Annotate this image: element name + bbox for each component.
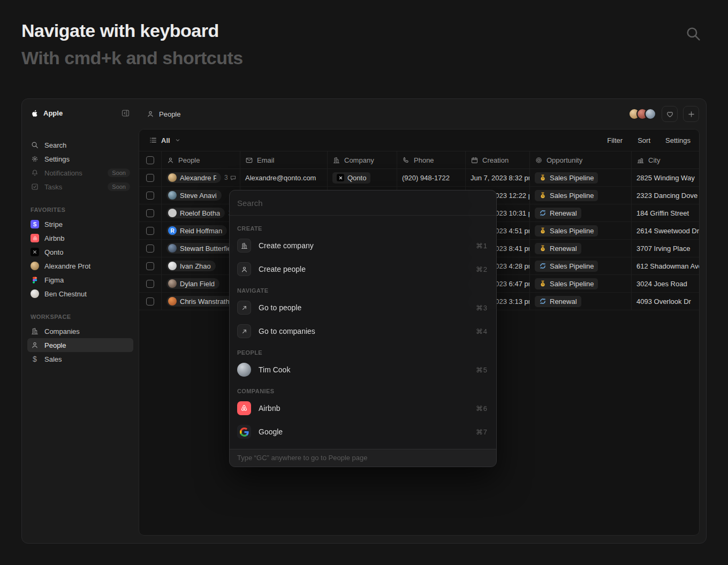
person-chip[interactable]: Ivan Zhao [166,261,216,271]
opportunity-cell[interactable]: Renewal [530,293,632,310]
command-search-input[interactable] [230,190,496,216]
person-chip[interactable]: Alexandre Prot [166,172,221,183]
member-avatars[interactable] [628,108,656,120]
person-cell[interactable]: Chris Wanstrath [162,293,240,310]
sidebar-item-stripe[interactable]: S Stripe [27,217,133,231]
opportunity-cell[interactable]: Sales Pipeline [530,222,632,239]
command-item-google[interactable]: Google ⌘7 [236,420,490,444]
sidebar-item-settings[interactable]: Settings [27,152,133,166]
search-icon[interactable] [684,25,702,43]
command-item-go-to-people[interactable]: Go to people ⌘3 [236,296,490,319]
settings-button[interactable]: Settings [665,136,691,144]
plus-icon [687,110,696,119]
money-bag-icon [539,280,547,287]
city-cell[interactable]: 184 Griffin Street [632,204,699,222]
row-checkbox[interactable] [139,257,162,274]
opportunity-chip[interactable]: Renewal [535,243,581,254]
person-chip[interactable]: Stewart Butterfield [166,243,235,254]
person-chip[interactable]: Roelof Botha [166,208,225,218]
command-item-tim-cook[interactable]: Tim Cook ⌘5 [236,358,490,381]
sidebar-item-ben-chestnut[interactable]: Ben Chestnut [27,287,133,301]
person-cell[interactable]: Dylan Field [162,275,240,292]
command-item-go-to-companies[interactable]: Go to companies ⌘4 [236,319,490,343]
sidebar-item-companies[interactable]: Companies [27,324,133,338]
opportunity-chip[interactable]: Sales Pipeline [535,261,598,272]
sidebar-item-airbnb[interactable]: Airbnb [27,231,133,245]
sidebar-item-figma[interactable]: Figma [27,273,133,287]
sidebar-item-sales[interactable]: $ Sales [27,352,133,366]
creation-cell[interactable]: Jun 7, 2023 8:32 pm [466,169,530,186]
opportunity-cell[interactable]: Sales Pipeline [530,169,632,186]
person-cell[interactable]: Ivan Zhao [162,257,240,274]
city-cell[interactable]: 4093 Overlook Dr [632,293,699,310]
collapse-sidebar-button[interactable] [121,109,130,118]
row-checkbox[interactable] [139,240,162,257]
command-item-create-company[interactable]: Create company ⌘1 [236,234,490,257]
company-chip[interactable]: Qonto [332,172,370,184]
person-chip[interactable]: Steve Anavi [166,190,222,201]
column-header-opportunity[interactable]: Opportunity [530,151,632,169]
person-chip[interactable]: RReid Hoffman [166,225,227,236]
sidebar-item-qonto[interactable]: Qonto [27,245,133,259]
opportunity-chip[interactable]: Sales Pipeline [535,172,598,184]
city-cell[interactable]: 3707 Irving Place [632,240,699,257]
row-checkbox[interactable] [139,293,162,310]
opportunity-cell[interactable]: Renewal [530,204,632,222]
opportunity-chip[interactable]: Sales Pipeline [535,190,598,201]
command-item-create-people[interactable]: Create people ⌘2 [236,257,490,281]
view-switch[interactable]: All [149,136,181,144]
row-checkbox[interactable] [139,187,162,204]
phone-cell[interactable]: (920) 948-1722 [397,169,466,186]
column-header-city[interactable]: City [632,151,699,169]
opportunity-cell[interactable]: Sales Pipeline [530,257,632,274]
arrow-up-right-icon [237,301,251,315]
city-cell[interactable]: 2614 Sweetwood Dr [632,222,699,239]
opportunity-chip[interactable]: Renewal [535,296,581,307]
filter-button[interactable]: Filter [607,136,623,144]
opportunity-chip[interactable]: Sales Pipeline [535,278,598,289]
person-chip[interactable]: Chris Wanstrath [166,296,234,307]
sidebar-item-search[interactable]: Search [27,138,133,152]
favorite-button[interactable] [662,106,678,122]
command-item-airbnb[interactable]: Airbnb ⌘6 [236,396,490,420]
city-cell[interactable]: 2323 Dancing Dove [632,187,699,204]
row-checkbox[interactable] [139,204,162,222]
city-cell[interactable]: 3024 Joes Road [632,275,699,292]
person-chip[interactable]: Dylan Field [166,278,219,289]
opportunity-chip[interactable]: Renewal [535,208,581,219]
person-cell[interactable]: Alexandre Prot 3 [162,169,240,186]
avatar [31,289,39,298]
opportunity-cell[interactable]: Sales Pipeline [530,275,632,292]
row-checkbox[interactable] [139,222,162,239]
comment-count[interactable]: 3 [224,174,237,181]
sort-button[interactable]: Sort [638,136,650,144]
column-header-creation[interactable]: Creation [466,151,530,169]
city-cell[interactable]: 612 Shadowman Ave [632,257,699,274]
person-cell[interactable]: Stewart Butterfield [162,240,240,257]
page-subtitle: With cmd+k and shortcuts [21,48,243,68]
company-cell[interactable]: Qonto [328,169,397,186]
opportunity-chip[interactable]: Sales Pipeline [535,225,598,236]
person-cell[interactable]: Steve Anavi [162,187,240,204]
column-header-email[interactable]: Email [240,151,328,169]
table-row[interactable]: Alexandre Prot 3 Alexandre@qonto.com Qon… [139,169,699,187]
select-all-checkbox[interactable] [139,151,162,169]
row-checkbox[interactable] [139,275,162,292]
column-header-people[interactable]: People [162,151,240,169]
workspace-header[interactable]: Apple [27,106,133,119]
command-item-label: Airbnb [259,404,468,413]
sidebar-item-alexandre-prot[interactable]: Alexandre Prot [27,259,133,273]
city-cell[interactable]: 2825 Winding Way [632,169,699,186]
column-header-company[interactable]: Company [328,151,397,169]
building-icon [237,239,251,253]
add-record-button[interactable] [683,106,699,122]
column-header-phone[interactable]: Phone [397,151,466,169]
email-cell[interactable]: Alexandre@qonto.com [240,169,328,186]
opportunity-cell[interactable]: Sales Pipeline [530,187,632,204]
opportunity-cell[interactable]: Renewal [530,240,632,257]
row-checkbox[interactable] [139,169,162,186]
sidebar-item-people[interactable]: People [27,338,133,352]
breadcrumb[interactable]: People [146,110,180,118]
person-cell[interactable]: RReid Hoffman [162,222,240,239]
person-cell[interactable]: Roelof Botha 1 [162,204,240,222]
